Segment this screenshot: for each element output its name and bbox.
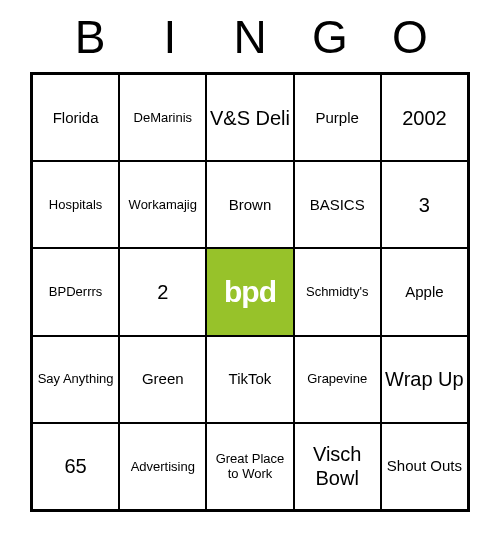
cell-1-2[interactable]: Brown [206,161,293,248]
header-letter-i: I [130,10,210,64]
cell-4-4[interactable]: Shout Outs [381,423,468,510]
cell-0-0[interactable]: Florida [32,74,119,161]
bingo-grid: Florida DeMarinis V&S Deli Purple 2002 H… [30,72,470,512]
bpd-logo-icon: bpd [224,274,276,310]
cell-2-4[interactable]: Apple [381,248,468,335]
cell-4-0[interactable]: 65 [32,423,119,510]
cell-1-1[interactable]: Workamajig [119,161,206,248]
cell-1-3[interactable]: BASICS [294,161,381,248]
cell-4-3[interactable]: Visch Bowl [294,423,381,510]
cell-0-2[interactable]: V&S Deli [206,74,293,161]
header-letter-b: B [50,10,130,64]
cell-1-0[interactable]: Hospitals [32,161,119,248]
cell-1-4[interactable]: 3 [381,161,468,248]
bingo-header: B I N G O [30,10,470,64]
cell-2-0[interactable]: BPDerrrs [32,248,119,335]
header-letter-o: O [370,10,450,64]
header-letter-n: N [210,10,290,64]
cell-0-4[interactable]: 2002 [381,74,468,161]
cell-3-0[interactable]: Say Anything [32,336,119,423]
cell-0-3[interactable]: Purple [294,74,381,161]
free-space[interactable]: bpd [206,248,293,335]
cell-3-3[interactable]: Grapevine [294,336,381,423]
cell-4-1[interactable]: Advertising [119,423,206,510]
header-letter-g: G [290,10,370,64]
cell-3-1[interactable]: Green [119,336,206,423]
cell-4-2[interactable]: Great Place to Work [206,423,293,510]
cell-2-1[interactable]: 2 [119,248,206,335]
cell-0-1[interactable]: DeMarinis [119,74,206,161]
cell-2-3[interactable]: Schmidty's [294,248,381,335]
cell-3-2[interactable]: TikTok [206,336,293,423]
cell-3-4[interactable]: Wrap Up [381,336,468,423]
